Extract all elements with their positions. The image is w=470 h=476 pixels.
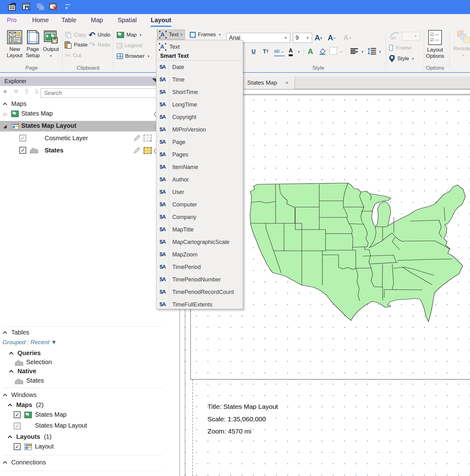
- quick-access-dropdown-icon[interactable]: ▾: [66, 4, 70, 10]
- selectable-layer-icon-active[interactable]: [144, 147, 152, 154]
- menu-item-company[interactable]: $ACompany: [156, 211, 243, 223]
- layout-options-button[interactable]: Layout Options: [423, 30, 447, 59]
- smart-text-icon: $A: [156, 214, 169, 220]
- output-button[interactable]: Output ▼: [39, 30, 63, 59]
- undo-button[interactable]: ↷ Undo: [89, 30, 110, 40]
- frames-dropdown-icon[interactable]: ▼: [218, 33, 222, 37]
- fill-style-icon[interactable]: [318, 47, 326, 56]
- page-scale-text[interactable]: Scale: 1:35,060,000: [208, 415, 266, 423]
- menu-item-mapcartographicscale[interactable]: $AMapCartographicScale: [156, 236, 243, 248]
- font-color-dropdown-icon[interactable]: ▼: [297, 50, 301, 54]
- maps-section-header[interactable]: Maps: [2, 100, 27, 107]
- menu-item-text[interactable]: A Text: [156, 42, 243, 52]
- selectable-layer-icon[interactable]: [144, 135, 152, 141]
- font-size-select[interactable]: 9▼: [293, 33, 312, 43]
- menu-item-computer[interactable]: $AComputer: [156, 198, 243, 211]
- cosmetic-layer-checkbox[interactable]: ✓: [19, 135, 26, 141]
- paste-button[interactable]: Paste: [64, 40, 87, 50]
- underline-icon[interactable]: U: [252, 47, 256, 56]
- menu-item-copyright[interactable]: $ACopyright: [156, 111, 243, 123]
- collapse-tree-icon[interactable]: ◢: [3, 123, 7, 129]
- menu-item-user[interactable]: $AUser: [156, 186, 243, 198]
- menu-item-itemname[interactable]: $AItemName: [156, 161, 243, 173]
- connections-section-header[interactable]: Connections: [2, 459, 46, 466]
- move-up-icon[interactable]: ⇧: [24, 88, 29, 96]
- output-dropdown-icon[interactable]: ▼: [49, 54, 53, 58]
- text-button[interactable]: A Text: [157, 30, 181, 40]
- decrease-font-icon[interactable]: A−: [328, 33, 335, 42]
- superscript-icon[interactable]: TT: [263, 47, 268, 56]
- layout-window-checkbox[interactable]: ✓: [14, 443, 21, 450]
- edit-layer-icon[interactable]: [133, 134, 141, 142]
- grouped-recent-control[interactable]: Grouped : Recent ▼: [2, 339, 57, 346]
- windows-layouts-subsection[interactable]: Layouts(1): [7, 433, 51, 440]
- menu-item-timefullextents[interactable]: $ATimeFullExtents: [156, 298, 243, 311]
- windows-maps-subsection[interactable]: Maps(2): [7, 401, 44, 409]
- smart-text-menu: A Text Smart Text $ADate $ATime $AShortT…: [156, 40, 243, 309]
- line-spacing-dropdown-icon[interactable]: ▼: [378, 50, 382, 54]
- line-spacing-icon[interactable]: [368, 47, 376, 55]
- text-dropdown-icon[interactable]: ▼: [179, 30, 185, 40]
- menu-item-maptitle[interactable]: $AMapTitle: [156, 223, 243, 236]
- tab-table[interactable]: Table: [61, 17, 76, 24]
- close-tab-icon[interactable]: ×: [285, 80, 289, 86]
- browser-dropdown-icon[interactable]: ▼: [147, 54, 150, 58]
- expand-icon[interactable]: ▷: [4, 112, 7, 117]
- tab-layout[interactable]: Layout: [151, 17, 171, 27]
- legend-icon: [117, 43, 122, 48]
- us-states-map[interactable]: [248, 177, 470, 324]
- menu-item-longtime[interactable]: $ALongTime: [156, 98, 243, 111]
- edit-layer-icon[interactable]: [133, 146, 141, 154]
- menu-item-mapzoom[interactable]: $AMapZoom: [156, 248, 243, 261]
- close-table-icon[interactable]: [49, 2, 58, 11]
- border-style-icon[interactable]: [330, 47, 337, 55]
- search-input[interactable]: [41, 88, 157, 98]
- tab-map[interactable]: Map: [91, 17, 103, 24]
- menu-item-time[interactable]: $ATime: [156, 73, 243, 86]
- character-spacing-icon[interactable]: ab→: [274, 47, 285, 56]
- tab-pro[interactable]: Pro: [7, 17, 17, 24]
- map-dropdown-icon[interactable]: ▼: [139, 33, 142, 37]
- windows-section-header[interactable]: Windows: [2, 391, 37, 399]
- save-workspace-icon[interactable]: [22, 2, 31, 11]
- tables-section-header[interactable]: Tables: [2, 329, 29, 336]
- page-zoom-text[interactable]: Zoom: 4570 mi: [208, 428, 251, 435]
- menu-item-timeperiodnumber[interactable]: $ATimePeriodNumber: [156, 273, 243, 286]
- menu-item-date[interactable]: $ADate: [156, 61, 243, 73]
- align-icon[interactable]: [350, 48, 358, 54]
- tab-states-map[interactable]: States Map ×: [242, 77, 295, 89]
- page-setup-icon: [25, 30, 41, 44]
- grouped-dropdown-icon[interactable]: ▼: [51, 339, 57, 345]
- layout-options-label: Layout Options: [424, 47, 446, 59]
- text-style-icon[interactable]: A: [308, 47, 313, 56]
- frame-style-button[interactable]: Style▼: [389, 54, 415, 64]
- states-map-layout-window-checkbox[interactable]: ✓: [14, 423, 21, 429]
- increase-font-icon[interactable]: A+: [315, 33, 322, 42]
- states-map-window-checkbox[interactable]: ✓: [14, 411, 21, 418]
- frames-button[interactable]: Frames▼: [190, 30, 222, 40]
- menu-item-author[interactable]: $AAuthor: [156, 173, 243, 186]
- frame-style-dropdown-icon[interactable]: ▼: [411, 57, 415, 61]
- native-subsection[interactable]: Native: [9, 368, 36, 375]
- menu-item-page[interactable]: $APage: [156, 136, 243, 148]
- smart-text-icon: $A: [156, 301, 169, 308]
- queries-subsection[interactable]: Queries: [9, 350, 41, 357]
- tab-home[interactable]: Home: [32, 17, 49, 24]
- map-button[interactable]: Map▼: [117, 30, 142, 40]
- new-table-icon[interactable]: [8, 2, 17, 11]
- page-title-text[interactable]: Title: States Map Layout: [208, 403, 278, 410]
- align-dropdown-icon[interactable]: ▼: [361, 50, 364, 54]
- add-icon[interactable]: +: [3, 88, 7, 96]
- menu-item-shorttime[interactable]: $AShortTime: [156, 86, 243, 98]
- tree-row-states-map-layout-selected[interactable]: ◢ States Map Layout ❮: [0, 121, 179, 131]
- browser-button[interactable]: Browser▼: [117, 51, 150, 61]
- states-layer-checkbox[interactable]: ✓: [19, 147, 26, 154]
- move-down-icon[interactable]: ⇩: [34, 88, 39, 96]
- menu-item-timeperiod[interactable]: $ATimePeriod: [156, 261, 243, 273]
- font-color-icon[interactable]: A: [289, 47, 293, 56]
- menu-item-pages[interactable]: $APages: [156, 148, 243, 161]
- tab-spatial[interactable]: Spatial: [118, 17, 137, 24]
- polygon-layer-icon: [30, 148, 38, 153]
- menu-item-timeperiodrecordcount[interactable]: $ATimePeriodRecordCount: [156, 286, 243, 298]
- menu-item-miproversion[interactable]: $AMIProVersion: [156, 123, 243, 136]
